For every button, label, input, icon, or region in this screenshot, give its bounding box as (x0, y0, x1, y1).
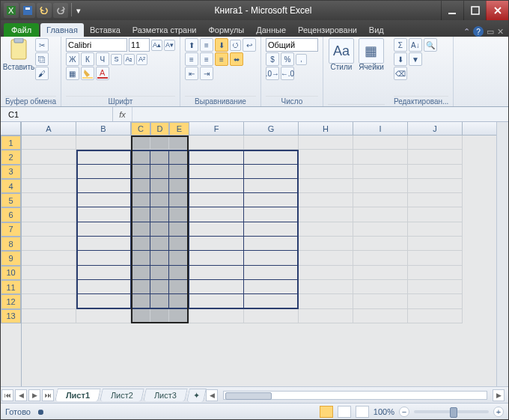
tab-home[interactable]: Главная (40, 23, 84, 37)
orientation-icon[interactable]: ⭯ (230, 40, 241, 51)
cell[interactable] (189, 150, 244, 164)
cell[interactable] (169, 266, 189, 280)
cell[interactable] (131, 150, 150, 164)
cell[interactable] (131, 280, 150, 294)
decrease-decimal-icon[interactable]: ←.0 (281, 67, 294, 80)
minimize-ribbon-icon[interactable]: ⌃ (463, 27, 470, 37)
close-button[interactable] (486, 1, 508, 20)
macro-record-icon[interactable]: ⏺ (37, 407, 45, 416)
cell[interactable] (22, 179, 76, 193)
cell[interactable] (169, 150, 189, 164)
horizontal-scrollbar[interactable]: ◀ ▶ (205, 389, 508, 401)
cell[interactable] (299, 237, 353, 251)
tab-insert[interactable]: Вставка (84, 23, 127, 37)
grid-main[interactable]: ABCDEFGHIJ (22, 122, 496, 386)
fill-icon[interactable]: ⬇ (394, 52, 407, 66)
row-header-13[interactable]: 13 (1, 309, 21, 323)
sort-icon[interactable]: A↓ (409, 38, 422, 52)
superscript-icon[interactable]: A² (136, 54, 147, 65)
align-top-icon[interactable]: ⬆ (185, 38, 198, 52)
cell[interactable] (22, 280, 76, 294)
cell[interactable] (76, 165, 131, 179)
cell[interactable] (169, 237, 189, 251)
normal-view-button[interactable] (320, 406, 333, 418)
zoom-slider[interactable] (414, 410, 489, 413)
row-header-1[interactable]: 1 (1, 136, 21, 150)
cell[interactable] (76, 222, 131, 237)
format-painter-icon[interactable]: 🖌 (35, 67, 49, 80)
name-box[interactable]: C1 (1, 107, 113, 121)
row-header-6[interactable]: 6 (1, 207, 21, 222)
cell[interactable] (150, 294, 169, 308)
cell[interactable] (299, 222, 353, 237)
col-header-F[interactable]: F (189, 122, 244, 135)
cell[interactable] (408, 179, 463, 193)
cell[interactable] (131, 193, 150, 207)
cell[interactable] (76, 150, 131, 164)
cell[interactable] (299, 165, 353, 179)
cell[interactable] (76, 294, 131, 308)
increase-font-icon[interactable]: A▴ (151, 40, 162, 51)
cell[interactable] (408, 294, 463, 308)
cell[interactable] (150, 193, 169, 207)
copy-icon[interactable]: ⿻ (35, 52, 49, 66)
row-header-4[interactable]: 4 (1, 179, 21, 193)
cell[interactable] (408, 222, 463, 237)
cell[interactable] (150, 309, 169, 323)
cell[interactable] (189, 222, 244, 237)
find-icon[interactable]: 🔍 (424, 38, 437, 52)
col-header-B[interactable]: B (76, 122, 131, 135)
row-header-11[interactable]: 11 (1, 280, 21, 294)
cell[interactable] (299, 309, 353, 323)
cell[interactable] (353, 237, 408, 251)
cell[interactable] (408, 136, 463, 150)
pagelayout-view-button[interactable] (338, 406, 351, 418)
excel-icon[interactable]: X (4, 3, 19, 18)
cell[interactable] (76, 179, 131, 193)
cell[interactable] (76, 266, 131, 280)
fx-icon[interactable]: fx (113, 107, 132, 121)
number-format-select[interactable] (266, 38, 318, 52)
cell[interactable] (299, 207, 353, 222)
cell[interactable] (169, 136, 189, 150)
paste-button[interactable]: Вставить (5, 38, 32, 71)
cell[interactable] (76, 136, 131, 150)
cell[interactable] (22, 294, 76, 308)
cell[interactable] (244, 136, 299, 150)
filter-icon[interactable]: ▼ (409, 52, 422, 66)
cell[interactable] (131, 165, 150, 179)
cell[interactable] (353, 280, 408, 294)
cell[interactable] (76, 309, 131, 323)
cell[interactable] (189, 309, 244, 323)
cell[interactable] (244, 222, 299, 237)
cell[interactable] (131, 294, 150, 308)
maximize-button[interactable] (463, 1, 486, 20)
align-left-icon[interactable]: ≡ (185, 52, 198, 66)
cell[interactable] (353, 309, 408, 323)
cell[interactable] (353, 222, 408, 237)
cell[interactable] (169, 251, 189, 265)
save-icon[interactable] (20, 3, 35, 18)
cell[interactable] (22, 150, 76, 164)
cell[interactable] (299, 179, 353, 193)
cell[interactable] (22, 266, 76, 280)
hscroll-left-icon[interactable]: ◀ (206, 389, 218, 401)
new-sheet-button[interactable]: ✦ (186, 389, 207, 402)
subscript-icon[interactable]: A₂ (124, 54, 135, 65)
formula-input[interactable] (132, 107, 508, 121)
cell[interactable] (131, 179, 150, 193)
cells-button[interactable]: ▦Ячейки (358, 38, 385, 71)
qat-customize-icon[interactable]: ▾ (75, 3, 82, 18)
cell[interactable] (353, 150, 408, 164)
vertical-scrollbar[interactable] (496, 122, 508, 386)
cell[interactable] (408, 165, 463, 179)
align-bottom-icon[interactable]: ⬇ (215, 38, 228, 52)
bold-button[interactable]: Ж (66, 52, 79, 66)
decrease-font-icon[interactable]: A▾ (164, 40, 175, 51)
cell[interactable] (150, 179, 169, 193)
sheet-nav-last-icon[interactable]: ⏭ (42, 389, 54, 401)
cell[interactable] (408, 207, 463, 222)
cell[interactable] (189, 179, 244, 193)
cell[interactable] (76, 207, 131, 222)
cut-icon[interactable]: ✂ (35, 38, 49, 52)
